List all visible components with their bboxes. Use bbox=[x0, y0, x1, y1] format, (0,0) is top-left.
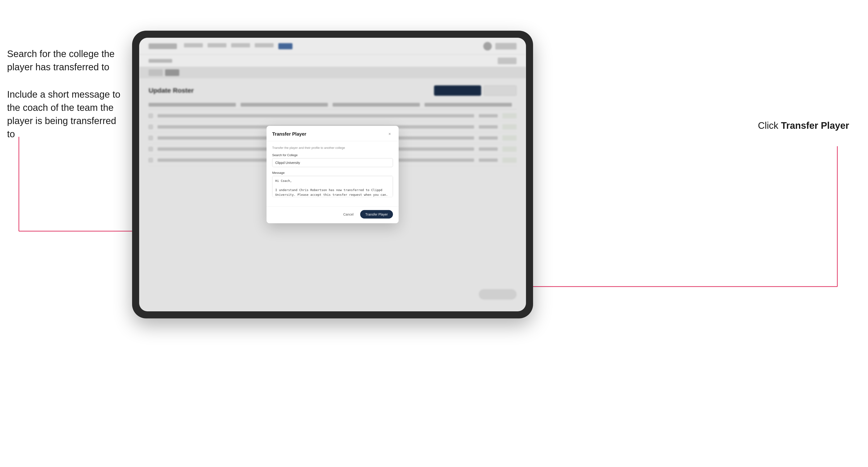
modal-overlay: Transfer Player × Transfer the player an… bbox=[139, 38, 526, 311]
modal-title: Transfer Player bbox=[272, 131, 306, 136]
cancel-button[interactable]: Cancel bbox=[339, 211, 357, 218]
modal-footer: Cancel Transfer Player bbox=[267, 207, 399, 223]
modal-body: Transfer the player and their profile to… bbox=[267, 141, 399, 207]
annotation-click-text: Click bbox=[758, 120, 781, 131]
transfer-player-button[interactable]: Transfer Player bbox=[360, 210, 393, 219]
message-textarea[interactable] bbox=[272, 176, 393, 197]
transfer-player-modal: Transfer Player × Transfer the player an… bbox=[267, 126, 399, 223]
annotation-search-text: Search for the college the player has tr… bbox=[7, 47, 125, 73]
college-search-label: Search for College bbox=[272, 153, 393, 157]
modal-header: Transfer Player × bbox=[267, 126, 399, 141]
message-group: Message bbox=[272, 171, 393, 198]
annotation-transfer-bold: Transfer Player bbox=[781, 120, 849, 131]
tablet-device: Update Roster bbox=[132, 31, 533, 318]
message-label: Message bbox=[272, 171, 393, 175]
modal-subtitle: Transfer the player and their profile to… bbox=[272, 146, 393, 150]
annotation-right-container: Click Transfer Player bbox=[758, 120, 849, 131]
annotation-message-text: Include a short message to the coach of … bbox=[7, 88, 125, 141]
college-search-input[interactable] bbox=[272, 158, 393, 167]
tablet-screen: Update Roster bbox=[139, 38, 526, 311]
college-search-group: Search for College bbox=[272, 153, 393, 167]
modal-close-button[interactable]: × bbox=[386, 131, 393, 137]
annotation-left-container: Search for the college the player has tr… bbox=[7, 47, 125, 155]
